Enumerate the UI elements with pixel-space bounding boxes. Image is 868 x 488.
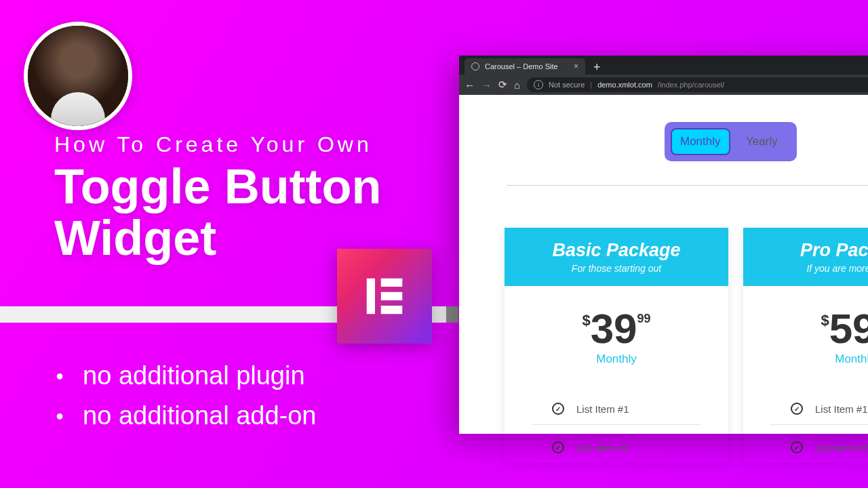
price-currency: $ bbox=[821, 312, 829, 329]
check-icon: ✓ bbox=[791, 441, 803, 453]
divider-end bbox=[446, 306, 458, 323]
list-item: ✓ List Item #1 bbox=[532, 397, 701, 424]
svg-rect-3 bbox=[381, 306, 403, 314]
card-subtitle: If you are more serious bbox=[750, 263, 868, 274]
presenter-avatar bbox=[24, 22, 132, 130]
elementor-logo bbox=[337, 249, 432, 344]
bullet-list: no additional plugin no additional add-o… bbox=[56, 356, 317, 436]
list-item: ✓ List Item #2 bbox=[770, 436, 868, 463]
list-item: ✓ List Item #2 bbox=[532, 436, 701, 463]
info-icon[interactable]: i bbox=[534, 80, 543, 89]
card-title: Pro Package bbox=[750, 240, 868, 261]
pricing-card-basic: Basic Package For those starting out $ 3… bbox=[505, 228, 728, 463]
pricing-cards: Basic Package For those starting out $ 3… bbox=[459, 186, 868, 463]
tab-title: Carousel – Demo Site bbox=[485, 62, 568, 70]
back-button[interactable]: ← bbox=[465, 79, 475, 91]
check-icon: ✓ bbox=[552, 403, 564, 415]
list-item-label: List Item #2 bbox=[815, 442, 868, 453]
list-item-label: List Item #1 bbox=[576, 403, 629, 415]
title-line-1: Toggle Button bbox=[54, 159, 382, 214]
url-path: /index.php/carousel/ bbox=[658, 81, 724, 89]
price-amount: 39 bbox=[591, 308, 637, 350]
svg-rect-2 bbox=[381, 292, 403, 300]
price-period: Monthly bbox=[511, 352, 722, 366]
price-currency: $ bbox=[582, 312, 590, 329]
main-title: Toggle Button Widget bbox=[54, 161, 382, 264]
new-tab-button[interactable]: + bbox=[585, 60, 609, 75]
feature-list: ✓ List Item #1 ✓ List Item #2 bbox=[743, 381, 868, 463]
card-price: $ 59 99 Monthly bbox=[743, 286, 868, 381]
list-item-label: List Item #2 bbox=[576, 442, 629, 453]
check-icon: ✓ bbox=[552, 441, 564, 453]
bullet-item: no additional add-on bbox=[56, 396, 317, 436]
feature-list: ✓ List Item #1 ✓ List Item #2 bbox=[505, 381, 728, 463]
address-bar[interactable]: i Not secure | demo.xmlot.com/index.php/… bbox=[527, 77, 868, 92]
toggle-yearly[interactable]: Yearly bbox=[733, 128, 791, 155]
home-button[interactable]: ⌂ bbox=[514, 79, 520, 91]
subtitle-text: How To Create Your Own bbox=[54, 132, 372, 157]
security-label: Not secure bbox=[549, 81, 585, 89]
browser-tab[interactable]: Carousel – Demo Site × bbox=[465, 58, 585, 75]
globe-icon bbox=[471, 62, 479, 70]
forward-button[interactable]: → bbox=[481, 79, 492, 91]
close-tab-icon[interactable]: × bbox=[574, 62, 578, 71]
card-subtitle: For those starting out bbox=[511, 263, 722, 274]
tab-strip: Carousel – Demo Site × + bbox=[459, 56, 868, 75]
card-title: Basic Package bbox=[511, 240, 722, 261]
price-amount: 59 bbox=[829, 308, 868, 350]
billing-toggle: Monthly Yearly bbox=[665, 122, 797, 161]
price-period: Monthly bbox=[750, 352, 868, 366]
page-content: Monthly Yearly Basic Package For those s… bbox=[459, 95, 868, 434]
card-header: Pro Package If you are more serious bbox=[743, 228, 868, 286]
bullet-item: no additional plugin bbox=[56, 356, 317, 396]
title-line-2: Widget bbox=[54, 211, 216, 265]
card-header: Basic Package For those starting out bbox=[505, 228, 728, 286]
price-cents: 99 bbox=[637, 312, 651, 326]
check-icon: ✓ bbox=[791, 403, 803, 415]
browser-toolbar: ← → ⟳ ⌂ i Not secure | demo.xmlot.com/in… bbox=[459, 75, 868, 95]
toggle-monthly[interactable]: Monthly bbox=[671, 128, 731, 155]
browser-window: Carousel – Demo Site × + ← → ⟳ ⌂ i Not s… bbox=[459, 56, 868, 434]
reload-button[interactable]: ⟳ bbox=[498, 79, 507, 91]
svg-rect-1 bbox=[381, 279, 403, 287]
list-item-label: List Item #1 bbox=[815, 403, 868, 415]
svg-rect-0 bbox=[367, 279, 375, 314]
url-domain: demo.xmlot.com bbox=[597, 81, 652, 89]
card-price: $ 39 99 Monthly bbox=[505, 286, 728, 381]
list-item: ✓ List Item #1 bbox=[770, 397, 868, 424]
pricing-card-pro: Pro Package If you are more serious $ 59… bbox=[743, 228, 868, 463]
